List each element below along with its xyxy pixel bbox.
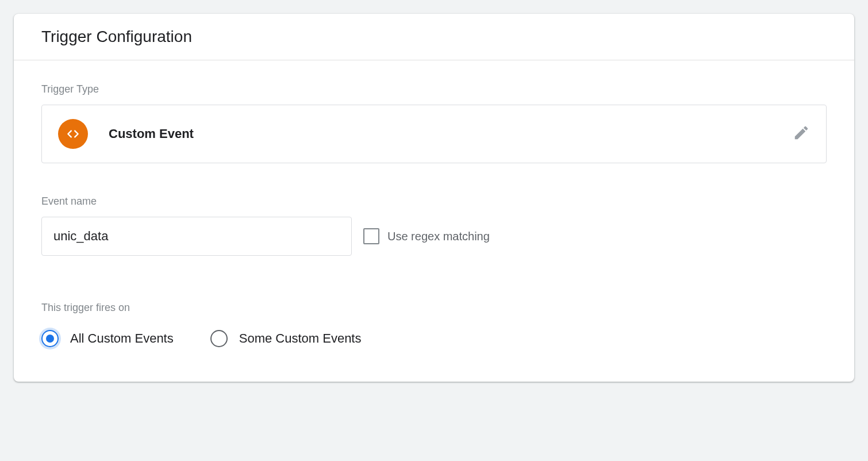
fires-on-radio-group: All Custom Events Some Custom Events xyxy=(41,330,827,347)
fires-on-section: This trigger fires on All Custom Events … xyxy=(41,302,827,347)
pencil-icon[interactable] xyxy=(793,124,810,144)
checkbox-icon xyxy=(363,228,379,244)
regex-checkbox[interactable]: Use regex matching xyxy=(363,228,490,244)
event-name-input[interactable] xyxy=(41,217,352,256)
card-header: Trigger Configuration xyxy=(14,14,854,60)
fires-on-label: This trigger fires on xyxy=(41,302,827,314)
trigger-type-section: Trigger Type Custom Event xyxy=(41,83,827,163)
trigger-type-selector[interactable]: Custom Event xyxy=(41,105,827,163)
regex-checkbox-label: Use regex matching xyxy=(387,230,490,243)
radio-label: Some Custom Events xyxy=(239,331,362,346)
radio-label: All Custom Events xyxy=(70,331,174,346)
radio-icon xyxy=(210,330,228,347)
trigger-type-name: Custom Event xyxy=(109,126,194,141)
radio-icon xyxy=(41,330,59,347)
event-name-label: Event name xyxy=(41,195,827,208)
trigger-type-left: Custom Event xyxy=(58,119,194,149)
code-icon xyxy=(58,119,88,149)
card-body: Trigger Type Custom Event xyxy=(14,60,854,382)
page-title: Trigger Configuration xyxy=(41,28,827,46)
radio-some-events[interactable]: Some Custom Events xyxy=(210,330,362,347)
radio-all-events[interactable]: All Custom Events xyxy=(41,330,174,347)
event-name-section: Event name Use regex matching xyxy=(41,195,827,256)
event-name-row: Use regex matching xyxy=(41,217,827,256)
trigger-type-label: Trigger Type xyxy=(41,83,827,95)
trigger-config-card: Trigger Configuration Trigger Type Custo… xyxy=(14,14,854,382)
